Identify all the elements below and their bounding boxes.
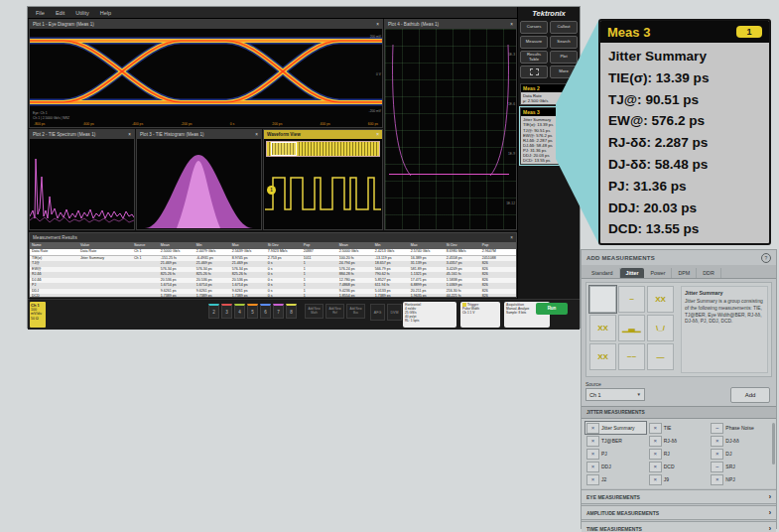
help-icon[interactable]: ? (761, 253, 771, 263)
thumbnail-trend-flat[interactable]: — (647, 343, 674, 370)
scope-bottom-bar: Ch 1 100 mV/div50 Ω 2345678 Add New Math… (28, 299, 580, 330)
scrollbar[interactable] (772, 423, 775, 465)
measurement-item-npj[interactable]: ×NPJ (710, 473, 770, 485)
close-icon[interactable]: × (255, 130, 258, 139)
accordion-sections: EYE MEASUREMENTS›AMPLITUDE MEASUREMENTS›… (582, 489, 776, 532)
sidebar-button-callout[interactable]: Callout (550, 21, 578, 34)
tab-jitter[interactable]: Jitter (620, 268, 645, 278)
sidebar-button-more[interactable]: More (550, 66, 578, 78)
add-new-bus-button[interactable]: Add New Bus (346, 304, 365, 319)
measurement-item-ddj[interactable]: ×DDJ (585, 461, 646, 472)
table-cell (78, 294, 132, 298)
run-button[interactable]: Run (536, 303, 568, 315)
jitter-measurements-section-header[interactable]: JITTER MEASUREMENTS (582, 406, 776, 419)
tab-power[interactable]: Power (644, 268, 672, 278)
thumbnail-bathtub[interactable]: \_/ (647, 315, 674, 341)
add-new-math-button[interactable]: Add New Math (305, 304, 324, 319)
sidebar-button-measure[interactable]: Measure (520, 36, 548, 49)
eye-footer-line: Ch 1 | 2.5000 Gb/s | NRZ (33, 116, 69, 120)
thumbnail-spectrum[interactable]: ~~ (618, 343, 645, 370)
meas-badge-meas-3[interactable]: Meas 31Jitter SummaryTIE(σ): 13.39 psTJ@… (520, 107, 578, 165)
menu-item-edit[interactable]: Edit (56, 10, 65, 16)
channel-badge-2[interactable]: 2 (208, 304, 219, 319)
add-measurements-panel: ADD MEASUREMENTS ? StandardJitterPowerDP… (581, 249, 777, 529)
accordion-time-measurements[interactable]: TIME MEASUREMENTS› (582, 521, 776, 532)
sidebar-button-plot[interactable]: Plot (550, 51, 578, 64)
table-cell: 1.7389 ps (373, 294, 409, 298)
measurement-item-phase-noise[interactable]: ~Phase Noise (710, 422, 770, 434)
menu-item-help[interactable]: Help (100, 10, 111, 16)
dvm-badge[interactable]: DVM (387, 304, 402, 321)
thumbnail-histogram[interactable]: ▁▃▁ (618, 315, 645, 341)
draw-a-box-zoom-button[interactable] (520, 66, 548, 78)
measurement-item-srj[interactable]: ~SRJ (710, 461, 770, 472)
measurement-item-dcd[interactable]: ×DCD (648, 461, 709, 472)
bathtub-canvas[interactable]: 1E-31E-61E-91E-12 (385, 29, 516, 229)
table-cell: 2.5000 Gb/s (337, 249, 373, 255)
table-cell: 1.9635 ps (409, 294, 445, 298)
menu-item-file[interactable]: File (36, 10, 45, 16)
accordion-label: AMPLITUDE MEASUREMENTS (586, 510, 659, 516)
measurement-item-pj[interactable]: ×PJ (585, 448, 646, 460)
draw-a-box-icon (530, 68, 539, 75)
measurement-item-tie[interactable]: ×TIE (648, 422, 709, 434)
sidebar-button-search[interactable]: Search (550, 36, 578, 49)
table-row[interactable]: DCD1.7389 ps1.7389 ps1.7389 ps0 s11.8554… (30, 294, 516, 298)
spectrum-trace (30, 139, 134, 229)
close-icon[interactable]: × (510, 20, 513, 29)
meas-badge-meas-2[interactable]: Meas 21Data Rateμ: 2.500 Gb/s (520, 83, 578, 105)
close-icon[interactable]: × (128, 130, 131, 139)
menu-item-utility[interactable]: Utility (75, 10, 88, 16)
channel-badges-row: 2345678 (208, 304, 297, 319)
close-icon[interactable]: × (376, 130, 379, 139)
channel-badge-5[interactable]: 5 (247, 304, 258, 319)
thumbnail-eye-pair-3[interactable]: XX (589, 343, 616, 370)
channel-badge-8[interactable]: 8 (286, 304, 297, 319)
measurement-item-dj[interactable]: ×DJ (710, 448, 770, 460)
afg-badge[interactable]: AFG (370, 304, 385, 321)
source-select[interactable]: Ch 1 ▼ (585, 388, 645, 401)
measurement-item-rj[interactable]: ×RJ-δδ (648, 435, 709, 447)
histogram-canvas[interactable] (137, 139, 261, 229)
badge-line: μ: 2.500 Gb/s (523, 98, 575, 103)
measurement-item-j2[interactable]: ×J2 (585, 473, 646, 485)
tab-ddr[interactable]: DDR (697, 268, 720, 278)
channel-badge-3[interactable]: 3 (221, 304, 232, 319)
waveform-canvas[interactable]: 1 (264, 139, 382, 229)
zoom-selection-box[interactable] (271, 142, 297, 156)
thumbnail-tie-trend[interactable]: ~ (618, 286, 645, 313)
channel-badge-6[interactable]: 6 (260, 304, 271, 319)
measurement-item-j9[interactable]: ×J9 (648, 473, 709, 485)
tab-standard[interactable]: Standard (585, 268, 620, 278)
thumbnail-jitter-summary[interactable] (589, 286, 616, 313)
accordion-amplitude-measurements[interactable]: AMPLITUDE MEASUREMENTS› (582, 505, 776, 520)
add-new-ref-button[interactable]: Add New Ref (325, 304, 344, 319)
eye-diagram-canvas[interactable]: 200 mV0 V-200 mV Eye: Ch 1Ch 1 | 2.5000 … (30, 29, 382, 127)
channel-badge-7[interactable]: 7 (273, 304, 284, 319)
add-button[interactable]: Add (730, 387, 770, 403)
measurement-item-jitter-summary[interactable]: ×Jitter Summary (585, 422, 646, 434)
callout-line: Jitter Summary (608, 46, 761, 67)
close-icon[interactable]: × (510, 233, 513, 242)
plot-title-bar: Plot 4 - Bathtub (Meas 1) × (385, 20, 516, 29)
tab-dpm[interactable]: DPM (672, 268, 697, 278)
meas-3-callout[interactable]: Meas 3 1 Jitter SummaryTIE(σ): 13.39 psT… (598, 19, 771, 245)
thumbnail-eye-pair-1[interactable]: XX (647, 286, 674, 313)
close-icon[interactable]: × (376, 20, 379, 29)
callout-line: DDJ: 20.03 ps (608, 198, 761, 219)
spectrum-canvas[interactable] (30, 139, 134, 229)
callout-header: Meas 3 1 (600, 21, 769, 43)
accordion-eye-measurements[interactable]: EYE MEASUREMENTS› (582, 489, 776, 504)
sidebar-button-cursors[interactable]: Cursors (520, 21, 548, 34)
thumbnail-eye-pair-2[interactable]: XX (589, 315, 616, 341)
measurement-item-dj[interactable]: ×DJ-δδ (710, 435, 770, 447)
waveform-overview-strip[interactable] (266, 141, 380, 157)
measurement-item-rj[interactable]: ×RJ (648, 448, 709, 460)
channel-1-badge[interactable]: Ch 1 100 mV/div50 Ω (30, 302, 46, 328)
sidebar-button-results-table[interactable]: Results Table (520, 51, 548, 64)
measurement-label: Jitter Summary (601, 425, 635, 431)
measurement-item-tj-ber[interactable]: ×TJ@BER (585, 435, 646, 447)
horizontal-badge[interactable]: Horizontal 4 ns/div25 GS/s40 ps/ptRL: 1 … (403, 302, 456, 328)
channel-badge-4[interactable]: 4 (234, 304, 245, 319)
trigger-badge[interactable]: Trigger Pulse WidthCh 1 1 V (460, 302, 500, 328)
